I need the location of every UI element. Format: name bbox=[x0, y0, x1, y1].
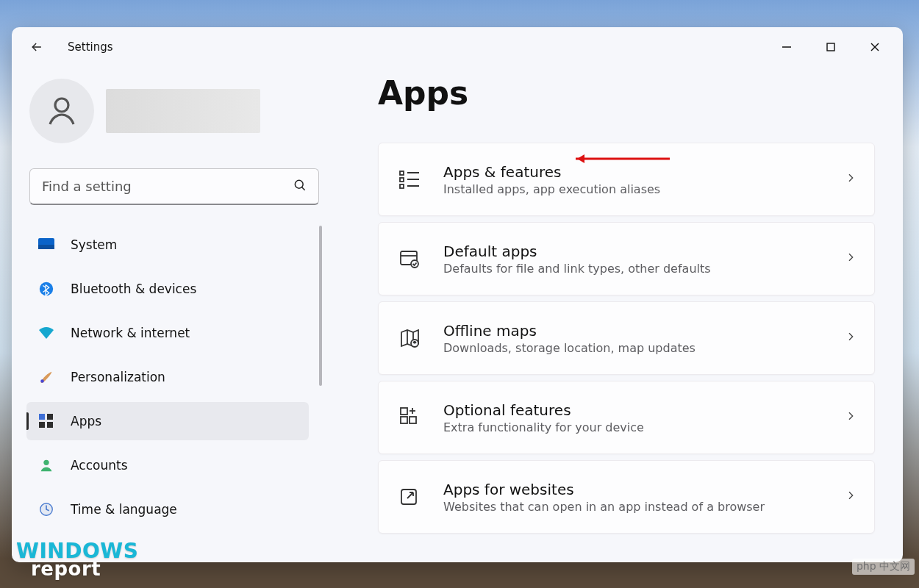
search-container bbox=[29, 168, 319, 205]
account-icon bbox=[37, 456, 56, 475]
card-subtitle: Defaults for file and link types, other … bbox=[443, 262, 845, 276]
sidebar-item-label: Apps bbox=[71, 414, 101, 429]
apps-icon bbox=[37, 412, 56, 431]
svg-rect-18 bbox=[400, 178, 404, 182]
monitor-icon bbox=[37, 235, 56, 254]
sidebar-item-system[interactable]: System bbox=[26, 226, 309, 264]
chevron-right-icon bbox=[845, 410, 857, 425]
card-title: Apps for websites bbox=[443, 481, 845, 498]
wifi-icon bbox=[37, 323, 56, 343]
chevron-right-icon bbox=[845, 172, 857, 187]
svg-rect-8 bbox=[38, 245, 54, 249]
sidebar-item-label: Bluetooth & devices bbox=[71, 282, 196, 296]
user-profile[interactable] bbox=[26, 79, 322, 143]
close-button[interactable] bbox=[853, 31, 897, 63]
corner-tag: php 中文网 bbox=[852, 559, 915, 575]
watermark: WINDOWS report bbox=[16, 542, 138, 578]
card-optional-features[interactable]: Optional features Extra functionality fo… bbox=[378, 381, 875, 454]
back-arrow-icon bbox=[29, 40, 44, 54]
page-title: Apps bbox=[378, 74, 875, 112]
chevron-right-icon bbox=[845, 251, 857, 266]
card-text: Default apps Defaults for file and link … bbox=[443, 243, 845, 276]
titlebar: Settings bbox=[12, 27, 903, 67]
card-apps-for-websites[interactable]: Apps for websites Websites that can open… bbox=[378, 460, 875, 534]
paintbrush-icon bbox=[37, 368, 56, 387]
svg-rect-13 bbox=[39, 422, 45, 428]
svg-rect-33 bbox=[401, 408, 407, 415]
card-text: Apps for websites Websites that can open… bbox=[443, 481, 845, 514]
window-controls bbox=[765, 31, 897, 63]
share-arrow-icon bbox=[396, 484, 423, 510]
sidebar-item-label: Time & language bbox=[71, 502, 177, 517]
chevron-right-icon bbox=[845, 331, 857, 345]
user-icon bbox=[44, 93, 79, 129]
clock-globe-icon bbox=[37, 500, 56, 519]
card-title: Optional features bbox=[443, 401, 845, 419]
search-input[interactable] bbox=[29, 168, 319, 205]
nav-list: System Bluetooth & devices Network & int… bbox=[26, 226, 322, 528]
svg-marker-24 bbox=[577, 154, 584, 163]
map-icon bbox=[396, 325, 423, 351]
svg-rect-17 bbox=[400, 171, 404, 175]
bluetooth-icon bbox=[37, 279, 56, 298]
titlebar-left: Settings bbox=[26, 37, 113, 57]
card-apps-features[interactable]: Apps & features Installed apps, app exec… bbox=[378, 143, 875, 216]
card-subtitle: Extra functionality for your device bbox=[443, 420, 845, 434]
sidebar-nav: System Bluetooth & devices Network & int… bbox=[26, 226, 322, 562]
card-text: Optional features Extra functionality fo… bbox=[443, 401, 845, 434]
svg-line-6 bbox=[302, 187, 305, 190]
sidebar-scrollbar[interactable] bbox=[319, 226, 322, 386]
grid-plus-icon bbox=[396, 404, 423, 431]
settings-card-list: Apps & features Installed apps, app exec… bbox=[378, 143, 875, 534]
sidebar-item-personalization[interactable]: Personalization bbox=[26, 358, 309, 396]
sidebar-item-time-language[interactable]: Time & language bbox=[26, 490, 309, 528]
settings-window: Settings bbox=[12, 27, 903, 562]
chevron-right-icon bbox=[845, 490, 857, 504]
svg-rect-11 bbox=[39, 414, 45, 420]
svg-point-27 bbox=[411, 260, 418, 268]
sidebar-item-bluetooth[interactable]: Bluetooth & devices bbox=[26, 270, 309, 308]
user-name-redacted bbox=[106, 89, 260, 133]
minimize-button[interactable] bbox=[765, 31, 809, 63]
maximize-icon bbox=[826, 42, 836, 52]
minimize-icon bbox=[782, 42, 792, 52]
default-apps-icon bbox=[396, 245, 423, 272]
svg-point-10 bbox=[40, 379, 44, 383]
svg-rect-19 bbox=[400, 184, 404, 188]
window-title: Settings bbox=[68, 40, 113, 54]
svg-point-5 bbox=[295, 180, 303, 188]
sidebar-item-label: Accounts bbox=[71, 458, 128, 473]
search-icon bbox=[293, 178, 307, 196]
apps-list-icon bbox=[396, 166, 423, 193]
watermark-line2: report bbox=[31, 561, 138, 578]
card-subtitle: Installed apps, app execution aliases bbox=[443, 182, 845, 196]
card-subtitle: Downloads, storage location, map updates bbox=[443, 341, 845, 355]
avatar bbox=[29, 79, 94, 143]
sidebar-item-network[interactable]: Network & internet bbox=[26, 314, 309, 352]
svg-rect-1 bbox=[827, 43, 834, 51]
sidebar-item-label: Network & internet bbox=[71, 326, 190, 340]
card-title: Default apps bbox=[443, 243, 845, 260]
main-panel: Apps Apps & features Installed apps, app… bbox=[337, 67, 903, 562]
svg-rect-31 bbox=[401, 417, 407, 423]
sidebar-item-accounts[interactable]: Accounts bbox=[26, 446, 309, 484]
content-area: System Bluetooth & devices Network & int… bbox=[12, 67, 903, 562]
card-title: Offline maps bbox=[443, 322, 845, 340]
svg-rect-32 bbox=[410, 417, 416, 423]
maximize-button[interactable] bbox=[809, 31, 853, 63]
svg-rect-12 bbox=[47, 414, 53, 420]
sidebar-item-label: Personalization bbox=[71, 370, 165, 384]
sidebar-item-label: System bbox=[71, 237, 117, 252]
card-subtitle: Websites that can open in an app instead… bbox=[443, 500, 845, 514]
card-default-apps[interactable]: Default apps Defaults for file and link … bbox=[378, 222, 875, 295]
card-text: Apps & features Installed apps, app exec… bbox=[443, 163, 845, 196]
card-title: Apps & features bbox=[443, 163, 845, 181]
sidebar-item-apps[interactable]: Apps bbox=[26, 402, 309, 440]
svg-point-4 bbox=[55, 98, 68, 112]
card-offline-maps[interactable]: Offline maps Downloads, storage location… bbox=[378, 301, 875, 375]
svg-point-9 bbox=[40, 282, 53, 295]
svg-point-15 bbox=[43, 460, 49, 465]
sidebar: System Bluetooth & devices Network & int… bbox=[12, 67, 337, 562]
back-button[interactable] bbox=[26, 37, 47, 57]
card-text: Offline maps Downloads, storage location… bbox=[443, 322, 845, 355]
